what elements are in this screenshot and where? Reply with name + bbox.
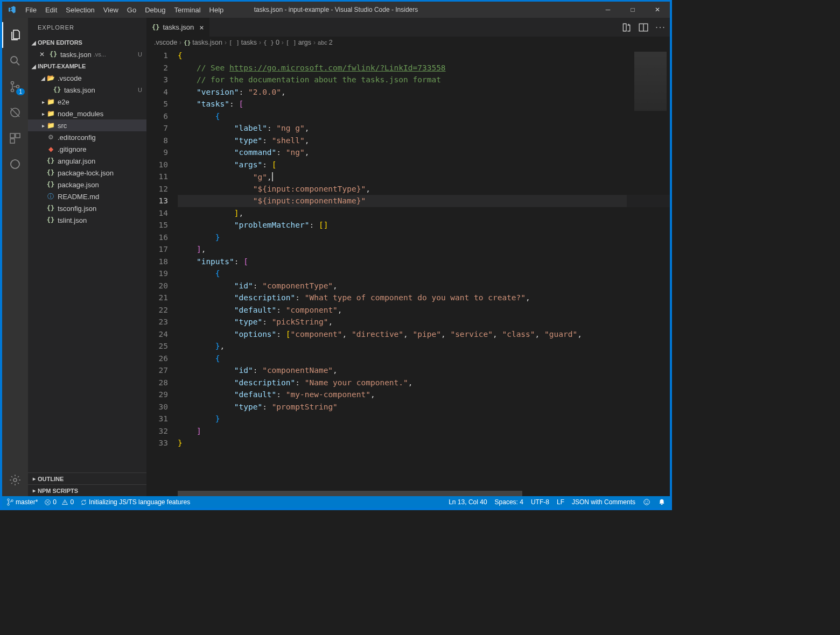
minimap[interactable] [627, 48, 670, 491]
json-icon: {} [152, 24, 159, 31]
menu-terminal[interactable]: Terminal [170, 2, 205, 18]
activity-bar: 1 [2, 18, 28, 496]
menu-view[interactable]: View [99, 2, 123, 18]
menu-go[interactable]: Go [123, 2, 141, 18]
svg-rect-7 [10, 139, 15, 143]
menu-selection[interactable]: Selection [61, 2, 99, 18]
line-number-gutter: 1234567891011121314151617181920212223242… [146, 48, 178, 491]
code-lines[interactable]: { // See https://go.microsoft.com/fwlink… [178, 48, 670, 491]
gear-icon [9, 474, 22, 486]
folder-header[interactable]: ◢INPUT-EXAMPLE [28, 60, 146, 72]
svg-point-3 [17, 86, 19, 88]
activity-search[interactable] [2, 48, 28, 74]
extensions-icon [9, 132, 22, 145]
json-icon: {} [49, 50, 58, 59]
editor-group: {} tasks.json × ··· .vscode› {}tasks.jso… [146, 18, 670, 496]
sync-icon [80, 499, 87, 506]
status-notifications-icon[interactable] [658, 498, 666, 506]
scm-badge: 1 [16, 88, 25, 95]
status-language-init[interactable]: Initializing JS/TS language features [80, 498, 190, 506]
bug-icon [9, 106, 22, 119]
tree-item[interactable]: ▸📁node_modules [28, 108, 146, 119]
split-editor-icon[interactable] [639, 23, 648, 32]
activity-extensions[interactable] [2, 125, 28, 151]
tab-close-icon[interactable]: × [199, 23, 204, 32]
editor-tabs: {} tasks.json × ··· [146, 18, 670, 37]
svg-rect-6 [16, 133, 20, 138]
svg-point-1 [11, 82, 14, 84]
activity-settings[interactable] [2, 467, 28, 493]
outline-header[interactable]: ▸OUTLINE [28, 472, 146, 484]
svg-point-15 [644, 499, 650, 505]
activity-scm[interactable]: 1 [2, 74, 28, 100]
tree-item[interactable]: ⚙.editorconfig [28, 131, 146, 143]
status-language[interactable]: JSON with Comments [572, 498, 635, 506]
menu-debug[interactable]: Debug [141, 2, 170, 18]
tree-item[interactable]: {}tslint.json [28, 214, 146, 226]
tab-tasks-json[interactable]: {} tasks.json × [146, 18, 210, 37]
horizontal-scrollbar[interactable] [178, 491, 670, 496]
close-icon[interactable]: ✕ [38, 50, 46, 59]
sidebar-title: EXPLORER [28, 18, 146, 37]
menu-file[interactable]: File [21, 2, 41, 18]
compare-changes-icon[interactable] [621, 23, 631, 32]
window-controls: ─ □ ✕ [596, 2, 670, 18]
tree-item[interactable]: ▸📁src [28, 119, 146, 131]
tree-item[interactable]: {}package-lock.json [28, 167, 146, 179]
status-branch[interactable]: master* [6, 498, 38, 506]
files-icon [9, 29, 22, 41]
tree-item[interactable]: {}tsconfig.json [28, 202, 146, 214]
svg-point-9 [13, 478, 17, 482]
svg-point-13 [11, 500, 13, 502]
references-icon [9, 158, 22, 171]
menu-bar: File Edit Selection View Go Debug Termin… [21, 2, 228, 18]
svg-point-12 [8, 504, 10, 506]
tree-item[interactable]: ◢📂.vscode [28, 72, 146, 84]
tree-item[interactable]: ▸📁e2e [28, 96, 146, 108]
activity-explorer[interactable] [2, 22, 28, 48]
activity-debug[interactable] [2, 100, 28, 125]
open-editor-item[interactable]: ✕ {} tasks.json .vs... U [28, 48, 146, 60]
menu-help[interactable]: Help [205, 2, 228, 18]
breadcrumbs[interactable]: .vscode› {}tasks.json› [ ]tasks› { }0› [… [146, 37, 670, 48]
minimize-button[interactable]: ─ [596, 2, 620, 18]
tree-item[interactable]: {}package.json [28, 179, 146, 190]
activity-references[interactable] [2, 151, 28, 177]
vscode-logo-icon [2, 5, 21, 14]
code-editor[interactable]: 1234567891011121314151617181920212223242… [146, 48, 670, 491]
close-button[interactable]: ✕ [645, 2, 670, 18]
status-feedback-icon[interactable] [643, 498, 650, 506]
svg-point-17 [647, 501, 648, 502]
titlebar: File Edit Selection View Go Debug Termin… [2, 2, 670, 18]
status-cursor-position[interactable]: Ln 13, Col 40 [449, 498, 487, 506]
menu-edit[interactable]: Edit [41, 2, 61, 18]
svg-point-11 [8, 499, 10, 501]
svg-rect-5 [10, 133, 15, 138]
sidebar-explorer: EXPLORER ◢OPEN EDITORS ✕ {} tasks.json .… [28, 18, 146, 496]
svg-point-2 [11, 89, 14, 92]
tree-item[interactable]: {}tasks.jsonU [28, 84, 146, 96]
npm-scripts-header[interactable]: ▸NPM SCRIPTS [28, 484, 146, 496]
status-indentation[interactable]: Spaces: 4 [495, 498, 523, 506]
tree-item[interactable]: {}angular.json [28, 155, 146, 167]
tab-label: tasks.json [163, 23, 194, 31]
search-icon [9, 54, 22, 67]
maximize-button[interactable]: □ [620, 2, 645, 18]
status-eol[interactable]: LF [557, 498, 564, 506]
git-branch-icon [6, 498, 14, 506]
warning-icon [61, 499, 68, 506]
svg-point-0 [11, 57, 17, 63]
status-bar: master* 0 0 Initializing JS/TS language … [2, 496, 670, 508]
file-tree: ◢📂.vscode{}tasks.jsonU▸📁e2e▸📁node_module… [28, 72, 146, 472]
svg-point-16 [646, 501, 646, 502]
status-encoding[interactable]: UTF-8 [531, 498, 549, 506]
more-actions-icon[interactable]: ··· [656, 23, 666, 32]
open-editors-header[interactable]: ◢OPEN EDITORS [28, 37, 146, 48]
status-problems[interactable]: 0 0 [44, 498, 74, 506]
tree-item[interactable]: ⓘREADME.md [28, 190, 146, 202]
error-icon [44, 499, 51, 506]
tree-item[interactable]: ◆.gitignore [28, 143, 146, 155]
